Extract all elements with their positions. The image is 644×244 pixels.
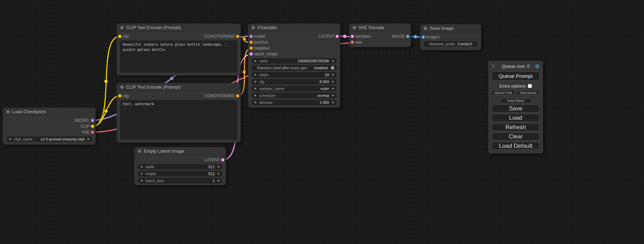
extra-options-row: Extra options: [492, 83, 540, 89]
output-slot-clip: CLIP: [3, 123, 96, 129]
node-load-checkpoint[interactable]: Load Checkpoint MODEL CLIP VAE ◀ ckpt_na…: [3, 108, 96, 145]
slot-label-model: model: [254, 34, 265, 39]
latent-image-input-dot[interactable]: [249, 52, 253, 56]
model-output-dot[interactable]: [91, 119, 94, 122]
input-slot-negative: negative: [248, 45, 340, 51]
increment-icon[interactable]: ▶: [332, 87, 334, 90]
save-button[interactable]: Save: [492, 105, 540, 112]
load-default-button[interactable]: Load Default: [492, 142, 540, 150]
increment-icon[interactable]: ▶: [88, 138, 90, 141]
collapse-dot[interactable]: [424, 27, 427, 30]
conditioning-output-dot[interactable]: [236, 35, 239, 38]
clip-input-dot[interactable]: [118, 94, 122, 98]
increment-icon[interactable]: ▶: [332, 94, 334, 97]
increment-icon[interactable]: ▶: [218, 179, 220, 182]
collapse-dot[interactable]: [353, 26, 356, 29]
model-input-dot[interactable]: [249, 35, 253, 38]
collapse-dot[interactable]: [120, 85, 124, 89]
decrement-icon[interactable]: ◀: [140, 172, 142, 175]
collapse-dot[interactable]: [6, 110, 10, 114]
node-save-image[interactable]: Save Image images filename_prefix ComfyU…: [420, 24, 481, 50]
collapse-dot[interactable]: [120, 26, 124, 29]
samples-input-dot[interactable]: [351, 35, 354, 38]
toggle-dot[interactable]: [331, 66, 334, 70]
node-ksampler[interactable]: KSampler model LATENT positive negative …: [248, 24, 340, 108]
load-button[interactable]: Load: [492, 114, 540, 122]
increment-icon[interactable]: ▶: [332, 60, 334, 62]
positive-input-dot[interactable]: [249, 40, 253, 44]
node-title-bar[interactable]: Load Checkpoint: [3, 108, 96, 116]
drag-handle-icon[interactable]: ⠿: [492, 64, 495, 69]
clip-input-dot[interactable]: [118, 35, 122, 38]
widget-value: 8.000: [319, 80, 329, 84]
node-title-bar[interactable]: KSampler: [248, 24, 340, 32]
node-title-bar[interactable]: Save Image: [420, 24, 481, 33]
node-clip-text-encode-positive[interactable]: CLIP Text Encode (Prompt) clip CONDITION…: [117, 24, 241, 75]
node-vae-decode[interactable]: VAE Decode samples IMAGE vae: [349, 24, 411, 47]
extra-options-checkbox[interactable]: [528, 84, 532, 88]
decrement-icon[interactable]: ◀: [140, 179, 142, 182]
view-history-button[interactable]: View History: [500, 98, 532, 103]
queue-front-button[interactable]: Queue Front: [492, 90, 515, 95]
widget-steps[interactable]: ◀ steps 20 ▶: [252, 72, 337, 78]
widget-width[interactable]: ◀ width 512 ▶: [138, 164, 222, 170]
widget-name: filename_prefix: [429, 42, 455, 46]
prompt-textarea[interactable]: text, watermark: [120, 100, 237, 140]
decrement-icon[interactable]: ◀: [140, 165, 142, 168]
clip-output-dot[interactable]: [91, 125, 94, 128]
decrement-icon[interactable]: ◀: [254, 80, 256, 83]
widget-sampler-name[interactable]: ◀ sampler_name euler ▶: [252, 86, 337, 91]
slot-label-conditioning: CONDITIONING: [204, 34, 235, 39]
slot-label-model: MODEL: [75, 118, 90, 123]
latent-output-dot[interactable]: [221, 158, 224, 162]
negative-input-dot[interactable]: [249, 46, 253, 50]
widget-value: 1: [213, 179, 215, 183]
widget-ckpt-name[interactable]: ◀ ckpt_name v1-5-pruned-emaonly.ckpt ▶: [6, 136, 92, 142]
decrement-icon[interactable]: ◀: [9, 138, 11, 141]
collapse-dot[interactable]: [138, 150, 141, 153]
node-title: CLIP Text Encode (Prompt): [126, 25, 181, 30]
widget-denoise[interactable]: ◀ denoise 1.000 ▶: [252, 100, 337, 105]
input-slot-latent-image: latent_image: [248, 51, 340, 57]
widget-scheduler[interactable]: ◀ scheduler normal ▶: [252, 93, 337, 98]
node-title-bar[interactable]: Empty Latent Image: [134, 147, 226, 155]
widget-name: Random seed after every gen: [257, 66, 307, 70]
increment-icon[interactable]: ▶: [218, 165, 220, 168]
image-output-dot[interactable]: [406, 35, 409, 38]
vae-input-dot[interactable]: [351, 40, 354, 44]
widget-name: batch_size: [145, 179, 164, 183]
queue-prompt-button[interactable]: Queue Prompt: [492, 71, 540, 81]
conditioning-output-dot[interactable]: [236, 94, 239, 98]
widget-filename-prefix[interactable]: filename_prefix ComfyUI: [424, 41, 478, 47]
decrement-icon[interactable]: ◀: [254, 60, 256, 62]
images-input-dot[interactable]: [422, 35, 425, 39]
decrement-icon[interactable]: ◀: [254, 94, 256, 97]
node-empty-latent-image[interactable]: Empty Latent Image LATENT ◀ width 512 ▶ …: [134, 147, 226, 185]
node-title-bar[interactable]: CLIP Text Encode (Prompt): [117, 24, 241, 32]
widget-random-seed-toggle[interactable]: Random seed after every gen enabled: [252, 65, 337, 71]
widget-height[interactable]: ◀ height 512 ▶: [138, 171, 222, 177]
widget-seed[interactable]: ◀ seed 156680208700286 ▶: [252, 58, 337, 64]
increment-icon[interactable]: ▶: [218, 172, 220, 175]
prompt-textarea[interactable]: beautiful scenery nature glass bottle la…: [120, 40, 237, 73]
node-title-bar[interactable]: CLIP Text Encode (Prompt): [117, 83, 241, 91]
node-clip-text-encode-negative[interactable]: CLIP Text Encode (Prompt) clip CONDITION…: [117, 83, 241, 143]
view-queue-button[interactable]: View Queue: [517, 90, 540, 95]
widget-value: normal: [317, 93, 329, 98]
gear-icon[interactable]: ⚙: [535, 64, 540, 69]
collapse-dot[interactable]: [252, 26, 255, 29]
decrement-icon[interactable]: ◀: [254, 101, 256, 104]
refresh-button[interactable]: Refresh: [492, 123, 540, 131]
increment-icon[interactable]: ▶: [332, 73, 334, 76]
slot-label-latent: LATENT: [204, 157, 220, 162]
decrement-icon[interactable]: ◀: [254, 73, 256, 76]
latent-output-dot[interactable]: [335, 35, 339, 38]
widget-cfg[interactable]: ◀ cfg 8.000 ▶: [252, 79, 337, 84]
vae-output-dot[interactable]: [91, 130, 94, 134]
widget-batch-size[interactable]: ◀ batch_size 1 ▶: [138, 178, 222, 183]
decrement-icon[interactable]: ◀: [254, 87, 256, 90]
node-title-bar[interactable]: VAE Decode: [349, 24, 411, 32]
increment-icon[interactable]: ▶: [332, 101, 334, 104]
clear-button[interactable]: Clear: [492, 133, 540, 141]
increment-icon[interactable]: ▶: [332, 80, 334, 83]
